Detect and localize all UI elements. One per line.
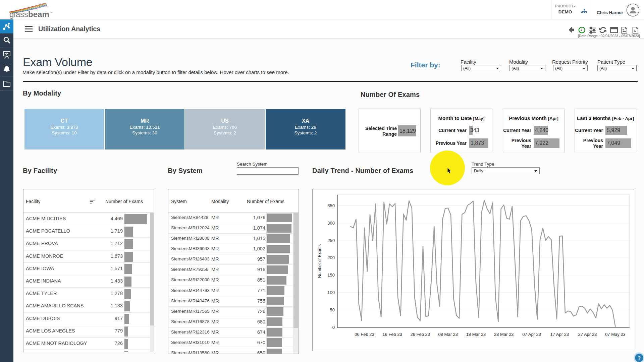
svg-text:250: 250	[327, 238, 335, 243]
svg-text:350: 350	[327, 203, 335, 208]
svg-text:50: 50	[330, 307, 335, 312]
svg-text:A: A	[634, 29, 636, 33]
svg-text:27 Apr 23: 27 Apr 23	[578, 332, 597, 337]
svg-text:18 Mar 23: 18 Mar 23	[466, 332, 486, 337]
svg-text:150: 150	[327, 273, 335, 278]
svg-text:300: 300	[327, 221, 335, 226]
svg-text:08 Mar 23: 08 Mar 23	[438, 332, 458, 337]
svg-text:07 May 23: 07 May 23	[605, 332, 626, 337]
svg-text:Number of Exams: Number of Exams	[317, 244, 322, 278]
svg-text:07 Apr 23: 07 Apr 23	[522, 332, 541, 337]
svg-text:glassbeam™: glassbeam™	[9, 10, 53, 19]
svg-text:17 Apr 23: 17 Apr 23	[550, 332, 569, 337]
svg-text:16 Feb 23: 16 Feb 23	[382, 332, 402, 337]
svg-text:200: 200	[327, 255, 335, 260]
svg-text:0: 0	[332, 325, 335, 330]
svg-text:26 Feb 23: 26 Feb 23	[410, 332, 430, 337]
svg-text:100: 100	[327, 290, 335, 295]
svg-text:06 Feb 23: 06 Feb 23	[355, 332, 374, 337]
svg-text:28 Mar 23: 28 Mar 23	[494, 332, 514, 337]
